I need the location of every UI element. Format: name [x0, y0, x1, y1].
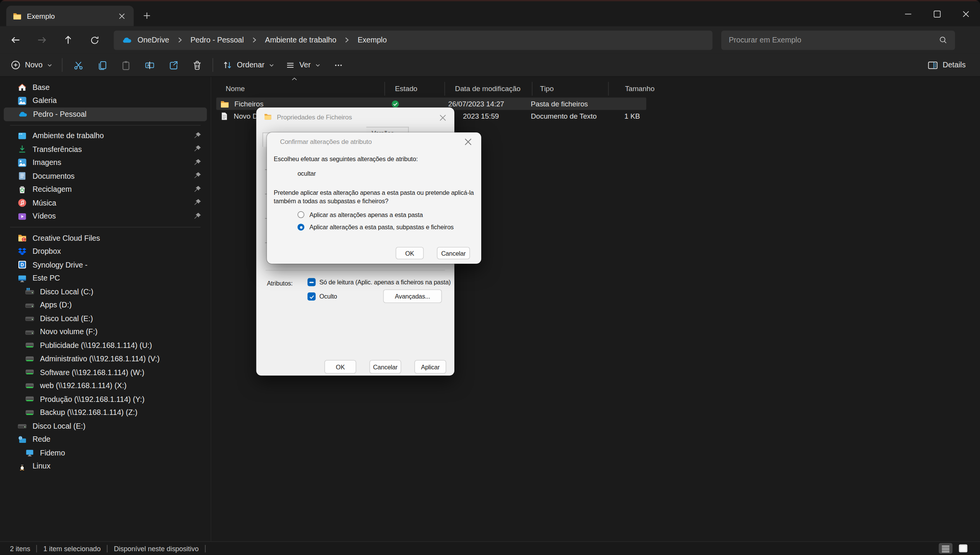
apply-button[interactable]: Aplicar — [414, 360, 446, 374]
dropbox-icon — [18, 246, 27, 256]
cancel-button[interactable]: Cancelar — [437, 247, 470, 260]
sidebar-item-gallery[interactable]: Galeria — [4, 94, 207, 108]
sidebar-item-linux[interactable]: Linux — [4, 460, 207, 473]
sidebar-item-music[interactable]: Música — [4, 196, 207, 210]
sidebar-item-local-disk-e[interactable]: Disco Local (E:) — [4, 420, 207, 433]
explorer-tab[interactable]: Exemplo — [6, 6, 134, 26]
sidebar-item-label: Software (\\192.168.1.114) (W:) — [40, 368, 144, 377]
pin-icon[interactable] — [193, 184, 202, 193]
drive-icon — [18, 421, 27, 431]
sidebar-item-drive-v[interactable]: Administrativo (\\192.168.1.114) (V:) — [4, 352, 207, 366]
up-button[interactable] — [57, 31, 79, 49]
sidebar-item-desktop[interactable]: Ambiente de trabalho — [4, 129, 207, 142]
sidebar-item-onedrive-pessoal[interactable]: Pedro - Pessoal — [4, 108, 207, 121]
hidden-checkbox-row: Oculto — [307, 292, 337, 300]
refresh-button[interactable] — [84, 31, 105, 49]
breadcrumb-item-onedrive[interactable]: OneDrive — [137, 36, 169, 44]
chevron-right-icon — [345, 37, 350, 43]
radio-folder-only-unselected[interactable] — [297, 211, 304, 218]
more-options-button[interactable] — [326, 56, 350, 74]
search-box[interactable]: Procurar em Exemplo — [721, 30, 955, 50]
tab-close-icon[interactable] — [116, 10, 127, 21]
forward-button[interactable] — [31, 31, 53, 49]
details-view-toggle[interactable] — [939, 543, 952, 554]
sidebar-item-drive-e[interactable]: Disco Local (E:) — [4, 312, 207, 325]
sidebar-item-network[interactable]: Rede — [4, 433, 207, 446]
pin-icon[interactable] — [193, 144, 202, 153]
close-icon[interactable] — [437, 112, 448, 123]
sidebar-item-drive-w[interactable]: Software (\\192.168.1.114) (W:) — [4, 366, 207, 379]
new-tab-button[interactable] — [141, 10, 152, 21]
breadcrumb-item-pessoal[interactable]: Pedro - Pessoal — [190, 36, 243, 44]
sidebar-item-drive-d[interactable]: Apps (D:) — [4, 299, 207, 312]
sidebar-item-synology-drive[interactable]: D Synology Drive - — [4, 258, 207, 271]
sidebar-item-label: Rede — [33, 435, 51, 444]
large-icons-view-toggle[interactable] — [956, 543, 970, 554]
hidden-checkbox-checked[interactable] — [307, 292, 315, 300]
sidebar-item-drive-z[interactable]: Backup (\\192.168.1.114) (Z:) — [4, 406, 207, 419]
cancel-button[interactable]: Cancelar — [369, 360, 401, 374]
pin-icon[interactable] — [193, 131, 202, 140]
sidebar-item-drive-y[interactable]: Produção (\\192.168.1.114) (Y:) — [4, 392, 207, 406]
share-button[interactable] — [161, 56, 185, 74]
sidebar-item-recycle-bin[interactable]: Reciclagem — [4, 183, 207, 196]
status-divider — [205, 545, 206, 552]
attributes-separator — [266, 270, 445, 271]
sidebar-item-pictures[interactable]: Imagens — [4, 156, 207, 169]
sidebar-item-drive-f[interactable]: Novo volume (F:) — [4, 325, 207, 339]
view-button[interactable]: Ver — [280, 56, 327, 74]
close-icon[interactable] — [462, 136, 474, 147]
readonly-checkbox-indeterminate[interactable] — [307, 278, 315, 286]
sidebar-item-creative-cloud[interactable]: Creative Cloud Files — [4, 231, 207, 245]
attributes-label: Atributos: — [267, 280, 292, 287]
new-button[interactable]: Novo — [5, 56, 58, 74]
sidebar-item-drive-u[interactable]: Publicidade (\\192.168.1.114) (U:) — [4, 339, 207, 352]
radio-recursive-selected[interactable] — [297, 224, 304, 230]
maximize-button[interactable] — [923, 1, 951, 26]
breadcrumb-item-desktop[interactable]: Ambiente de trabalho — [265, 36, 336, 44]
cut-button[interactable] — [66, 56, 90, 74]
readonly-checkbox-row: Só de leitura (Aplic. apenas a ficheiros… — [307, 278, 451, 286]
pin-icon[interactable] — [193, 198, 202, 207]
column-header-name[interactable]: Nome — [216, 82, 385, 96]
sidebar-item-dropbox[interactable]: Dropbox — [4, 245, 207, 258]
close-button[interactable] — [951, 1, 980, 26]
pin-icon[interactable] — [193, 158, 202, 166]
column-header-status[interactable]: Estado — [385, 82, 445, 96]
sidebar-item-drive-x[interactable]: web (\\192.168.1.114) (X:) — [4, 379, 207, 392]
radio-folder-only-label[interactable]: Aplicar as alterações apenas a esta past… — [309, 211, 423, 218]
delete-button[interactable] — [185, 56, 209, 74]
column-header-modified[interactable]: Data de modificação — [445, 82, 532, 96]
sidebar-item-videos[interactable]: Vídeos — [4, 210, 207, 223]
text-document-icon — [220, 112, 229, 121]
sidebar-item-downloads[interactable]: Transferências — [4, 142, 207, 156]
ok-button[interactable]: OK — [395, 247, 423, 260]
breadcrumb-item-exemplo[interactable]: Exemplo — [358, 36, 387, 44]
sidebar-item-label: Fidemo — [40, 449, 65, 457]
sidebar-item-this-pc[interactable]: Este PC — [4, 271, 207, 285]
advanced-button[interactable]: Avançadas... — [383, 289, 442, 303]
music-icon — [18, 198, 27, 207]
pin-icon[interactable] — [193, 212, 202, 220]
sidebar-item-fidemo[interactable]: Fidemo — [4, 446, 207, 460]
pin-icon[interactable] — [193, 171, 202, 180]
confirm-dialog-buttons: OK Cancelar — [395, 247, 470, 260]
radio-recursive-label[interactable]: Aplicar alterações a esta pasta, subpast… — [309, 224, 454, 230]
rename-button[interactable] — [137, 56, 161, 74]
copy-button[interactable] — [90, 56, 114, 74]
details-pane-button[interactable]: Details — [922, 56, 971, 74]
sidebar-item-home[interactable]: Base — [4, 81, 207, 94]
sidebar-item-documents[interactable]: Documentos — [4, 169, 207, 183]
column-header-size[interactable]: Tamanho — [609, 82, 659, 96]
column-header-type[interactable]: Tipo — [532, 82, 609, 96]
back-button[interactable] — [5, 31, 26, 49]
minimize-button[interactable] — [894, 1, 923, 26]
sidebar-item-drive-c[interactable]: Disco Local (C:) — [4, 285, 207, 298]
confirm-intro-text: Escolheu efetuar as seguintes alterações… — [274, 156, 418, 163]
ok-button[interactable]: OK — [324, 360, 356, 374]
confirm-question-text: Pretende aplicar esta alteração apenas a… — [274, 189, 478, 205]
attribute-change-value: ocultar — [297, 170, 316, 177]
paste-button[interactable] — [114, 56, 137, 74]
address-bar[interactable]: OneDrive Pedro - Pessoal Ambiente de tra… — [114, 30, 712, 50]
sort-button[interactable]: Ordenar — [217, 56, 280, 74]
